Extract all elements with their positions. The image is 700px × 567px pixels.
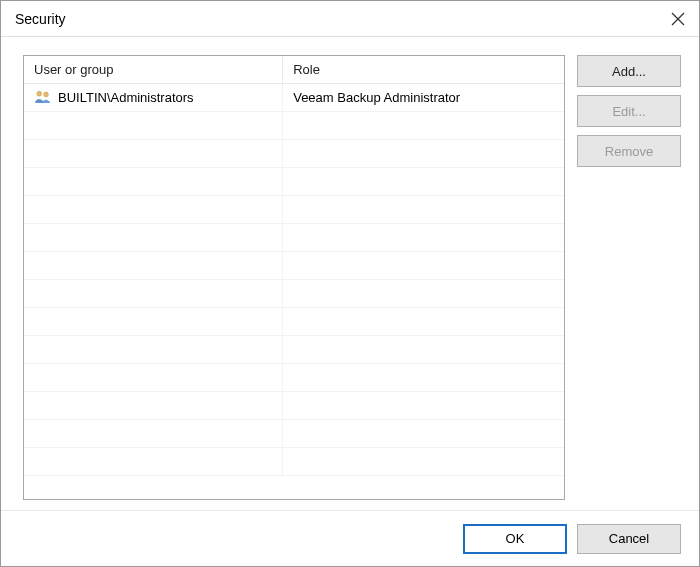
table-row-empty bbox=[24, 448, 564, 476]
table-body: BUILTIN\AdministratorsVeeam Backup Admin… bbox=[24, 84, 564, 499]
table-row-empty bbox=[24, 364, 564, 392]
dialog-footer: OK Cancel bbox=[1, 510, 699, 566]
column-header-role[interactable]: Role bbox=[283, 56, 564, 83]
table-row-empty bbox=[24, 392, 564, 420]
table-row[interactable]: BUILTIN\AdministratorsVeeam Backup Admin… bbox=[24, 84, 564, 112]
table-row-empty bbox=[24, 168, 564, 196]
table-row-empty bbox=[24, 280, 564, 308]
column-header-user[interactable]: User or group bbox=[24, 56, 283, 83]
table-row-empty bbox=[24, 140, 564, 168]
cell-user-text: BUILTIN\Administrators bbox=[58, 90, 194, 105]
security-dialog: Security User or group Role BUILTIN\Admi… bbox=[0, 0, 700, 567]
users-table: User or group Role BUILTIN\Administrator… bbox=[23, 55, 565, 500]
ok-button[interactable]: OK bbox=[463, 524, 567, 554]
titlebar: Security bbox=[1, 1, 699, 37]
side-buttons: Add... Edit... Remove bbox=[577, 55, 681, 500]
cell-role: Veeam Backup Administrator bbox=[283, 84, 564, 111]
table-row-empty bbox=[24, 420, 564, 448]
edit-button: Edit... bbox=[577, 95, 681, 127]
svg-point-2 bbox=[37, 91, 42, 96]
add-button[interactable]: Add... bbox=[577, 55, 681, 87]
svg-point-3 bbox=[44, 92, 49, 97]
table-row-empty bbox=[24, 196, 564, 224]
remove-button: Remove bbox=[577, 135, 681, 167]
table-row-empty bbox=[24, 224, 564, 252]
dialog-title: Security bbox=[15, 11, 66, 27]
table-row-empty bbox=[24, 252, 564, 280]
dialog-body: User or group Role BUILTIN\Administrator… bbox=[1, 37, 699, 510]
table-row-empty bbox=[24, 112, 564, 140]
table-header: User or group Role bbox=[24, 56, 564, 84]
close-icon[interactable] bbox=[669, 10, 687, 28]
table-row-empty bbox=[24, 336, 564, 364]
users-group-icon bbox=[34, 90, 52, 106]
table-row-empty bbox=[24, 308, 564, 336]
cancel-button[interactable]: Cancel bbox=[577, 524, 681, 554]
cell-user: BUILTIN\Administrators bbox=[24, 84, 283, 111]
